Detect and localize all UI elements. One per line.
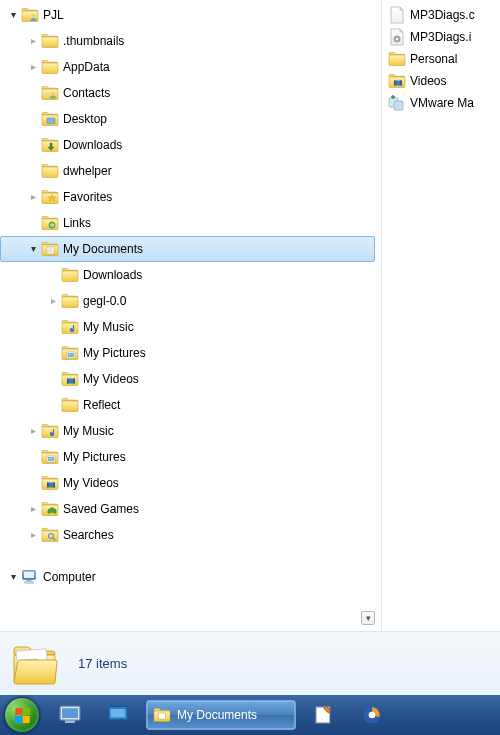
navigation-pane[interactable]: ▾PJL▸.thumbnails▸AppData▸Contacts▸Deskto… [0, 0, 382, 631]
videos-folder-icon [61, 370, 79, 388]
list-item[interactable]: Videos [384, 70, 500, 92]
tree-item-label: My Music [83, 314, 134, 340]
nav-scroll-down-icon[interactable]: ▾ [361, 611, 375, 625]
tree-item[interactable]: ▸Searches [0, 522, 375, 548]
tree-item[interactable]: ▸Favorites [0, 184, 375, 210]
list-item-label: Videos [410, 74, 446, 88]
tree-item[interactable]: ▸My Videos [0, 470, 375, 496]
tree-item[interactable]: ▸My Music [0, 314, 375, 340]
documents-folder-icon [153, 706, 171, 724]
tree-item-label: gegl-0.0 [83, 288, 126, 314]
svg-rect-16 [68, 353, 74, 357]
list-item-label: MP3Diags.i [410, 30, 471, 44]
svg-rect-36 [394, 101, 403, 110]
expander-expanded-icon[interactable]: ▾ [7, 9, 19, 21]
svg-point-6 [51, 92, 55, 96]
tree-item[interactable]: ▸My Music [0, 418, 375, 444]
tree-item[interactable]: ▸Reflect [0, 392, 375, 418]
taskbar[interactable]: My Documents [0, 695, 500, 735]
expander-collapsed-icon[interactable]: ▸ [27, 529, 39, 541]
expander-expanded-icon[interactable]: ▾ [7, 571, 19, 583]
folder-icon [61, 396, 79, 414]
taskbar-active-window-button[interactable]: My Documents [146, 700, 296, 730]
tree-item-label: Computer [43, 564, 96, 590]
documents-folder-icon [41, 240, 59, 258]
svg-point-21 [51, 433, 54, 436]
tree-item[interactable]: ▸gegl-0.0 [0, 288, 375, 314]
tree-item-label: My Documents [63, 236, 143, 262]
tree-item[interactable]: ▸.thumbnails [0, 28, 375, 54]
expander-collapsed-icon[interactable]: ▸ [27, 35, 39, 47]
tree-item-label: Downloads [63, 132, 122, 158]
svg-rect-7 [47, 118, 55, 124]
windows-logo-icon [14, 708, 30, 723]
tree-item[interactable]: ▸My Pictures [0, 444, 375, 470]
tree-item[interactable]: ▸My Pictures [0, 340, 375, 366]
tree-item[interactable]: ▸Downloads [0, 262, 375, 288]
expander-collapsed-icon[interactable]: ▸ [27, 191, 39, 203]
tree-item-label: Reflect [83, 392, 120, 418]
tree-item[interactable]: ▸AppData [0, 54, 375, 80]
svg-point-17 [69, 354, 71, 356]
taskbar-app-3-icon[interactable] [304, 700, 344, 730]
pictures-folder-icon [61, 344, 79, 362]
tree-item-label: My Videos [63, 470, 119, 496]
tree-item-label: My Pictures [63, 444, 126, 470]
tree-item-label: Links [63, 210, 91, 236]
expander-expanded-icon[interactable]: ▾ [27, 243, 39, 255]
list-item[interactable]: Personal [384, 48, 500, 70]
folder-icon [41, 58, 59, 76]
list-item[interactable]: MP3Diags.i [384, 26, 500, 48]
tree-item-label: My Pictures [83, 340, 146, 366]
savedgames-folder-icon [41, 500, 59, 518]
tree-item[interactable]: ▸Downloads [0, 132, 375, 158]
taskbar-app-4-icon[interactable] [352, 700, 392, 730]
expander-collapsed-icon[interactable]: ▸ [27, 503, 39, 515]
list-item[interactable]: MP3Diags.c [384, 4, 500, 26]
music-folder-icon [41, 422, 59, 440]
tree-item[interactable]: ▸Contacts [0, 80, 375, 106]
downloads-folder-icon [41, 136, 59, 154]
svg-point-14 [71, 329, 74, 332]
tree-item[interactable]: ▾PJL [0, 2, 375, 28]
svg-point-5 [32, 14, 36, 18]
svg-point-31 [396, 38, 399, 41]
taskbar-active-window-label: My Documents [177, 708, 257, 722]
tree-item[interactable]: ▾Computer [0, 564, 375, 590]
folder-icon [388, 50, 406, 68]
list-item-label: VMware Ma [410, 96, 474, 110]
taskbar-app-1-icon[interactable] [50, 700, 90, 730]
folder-icon [61, 266, 79, 284]
tree-item-label: Saved Games [63, 496, 139, 522]
tree-item[interactable]: ▸Links [0, 210, 375, 236]
file-ini-icon [388, 28, 406, 46]
expander-collapsed-icon[interactable]: ▸ [27, 425, 39, 437]
tree-item[interactable]: ▾My Documents [0, 236, 375, 262]
expander-collapsed-icon[interactable]: ▸ [27, 61, 39, 73]
videos-folder-icon [388, 72, 406, 90]
svg-rect-41 [62, 708, 78, 718]
folder-icon [41, 162, 59, 180]
expander-collapsed-icon[interactable]: ▸ [47, 295, 59, 307]
tree-item[interactable]: ▸dwhelper [0, 158, 375, 184]
list-item-label: MP3Diags.c [410, 8, 475, 22]
tree-item[interactable]: ▸My Videos [0, 366, 375, 392]
tree-item[interactable]: ▸Saved Games [0, 496, 375, 522]
content-pane[interactable]: MP3Diags.cMP3Diags.iPersonalVideosVMware… [382, 0, 500, 631]
tree-item-label: My Music [63, 418, 114, 444]
user-folder-icon [21, 6, 39, 24]
svg-rect-44 [111, 709, 126, 718]
taskbar-app-2-icon[interactable] [98, 700, 138, 730]
folder-icon [41, 32, 59, 50]
tree-item[interactable]: ▸Desktop [0, 106, 375, 132]
svg-point-24 [49, 458, 51, 460]
tree-item-label: AppData [63, 54, 110, 80]
svg-rect-19 [67, 379, 69, 384]
tree-item-label: PJL [43, 2, 64, 28]
list-item[interactable]: VMware Ma [384, 92, 500, 114]
computer-icon [21, 568, 39, 586]
music-folder-icon [61, 318, 79, 336]
start-button[interactable] [4, 697, 40, 733]
tree-item-label: Favorites [63, 184, 112, 210]
desktop-folder-icon [41, 110, 59, 128]
